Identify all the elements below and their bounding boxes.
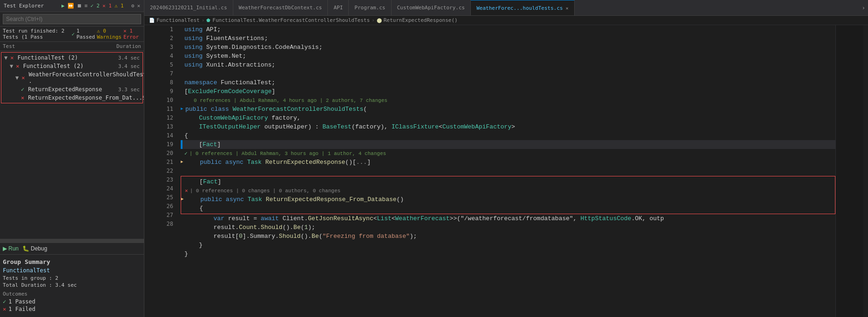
code-line-22: { <box>181 204 835 213</box>
fail-icon-ft1: ✕ <box>10 54 14 61</box>
debug-all-icon[interactable]: ⏩ <box>68 3 74 9</box>
duration-refdb: 50 ms <box>142 95 144 101</box>
code-line-23: var result = await Client.GetJsonResultA… <box>181 214 835 223</box>
expand-icon-ft2: ▼ <box>10 63 13 69</box>
code-line-24: result.Count.Should().Be(1); <box>181 223 835 232</box>
code-line-8: [ExcludeFromCodeCoverage] <box>181 87 835 96</box>
panel-title: Test Explorer <box>4 3 44 9</box>
tab-shouldtests[interactable]: WeatherForec...houldTests.cs ✕ <box>471 0 574 15</box>
tree-item-ft1[interactable]: ▼ ✕ FunctionalTest (2) 3.4 sec <box>1 54 142 62</box>
fail-icon-refdb: ✕ <box>21 94 24 101</box>
pass-outcome-label: 1 Passed <box>8 298 35 305</box>
fail-icon-wt: ✕ <box>21 74 25 81</box>
code-line-8-info: 0 references | Abdul Rahman, 4 hours ago… <box>181 96 835 105</box>
tab-api[interactable]: API <box>328 0 349 15</box>
breadcrumb-class[interactable]: FunctionalTest.WeatherForecastController… <box>212 17 370 23</box>
breadcrumb-method[interactable]: ReturnExpectedResponse() <box>384 17 458 23</box>
fail-tree-group: ▼ ✕ FunctionalTest (2) 3.4 sec ▼ ✕ Funct… <box>1 52 143 103</box>
warn-badge: ⚠ 1 <box>115 3 124 9</box>
run-all-icon[interactable]: ▶ <box>61 3 65 9</box>
tree-label-re: ReturnExpectedResponse <box>28 86 102 93</box>
fail-outcome-icon: ✕ <box>3 306 6 312</box>
code-line-5: using Xunit.Abstractions; <box>181 61 835 69</box>
tab-initial[interactable]: 20240623120211_Initial.cs <box>144 0 233 15</box>
tab-dbcontext[interactable]: WeatherForecastDbContext.cs <box>233 0 328 15</box>
indicator-9: ▶ <box>181 105 183 114</box>
search-input[interactable] <box>3 14 141 24</box>
editor-area: 1 2 3 4 5 7 8 9 10 11 12 13 14 19 20 21 … <box>144 25 868 317</box>
code-line-2: using FluentAssertions; <box>181 34 835 43</box>
tree-item-re[interactable]: ✓ ReturnExpectedResponse 3.3 sec <box>1 85 142 94</box>
code-line-13: [Fact] <box>181 140 835 149</box>
tree-item-ft2[interactable]: ▼ ✕ FunctionalTest (2) 3.4 sec <box>1 62 142 70</box>
tree-label-ft1: FunctionalTest (2) <box>17 54 78 61</box>
editor-margin <box>144 25 153 317</box>
code-line-10: CustomWebApiFactory factory, <box>181 114 835 122</box>
pass-icon-re: ✓ <box>21 86 24 93</box>
expand-icon-wt: ▼ <box>15 74 19 81</box>
tab-label-initial: 20240623120211_Initial.cs <box>150 5 227 11</box>
code-line-20: [Fact] <box>181 177 835 186</box>
status-text: Test run finished: 2 Tests (1 Pass <box>3 28 70 40</box>
fail-badge: ✕ 1 <box>102 3 112 9</box>
code-line-9: ▶ public class WeatherForecastController… <box>181 105 835 114</box>
tab-bar: 20240623120211_Initial.cs WeatherForecas… <box>144 0 868 16</box>
code-line-19 <box>181 167 835 175</box>
close-panel-icon[interactable]: ✕ <box>137 3 140 9</box>
tree-label-ft2: FunctionalTest (2) <box>23 63 83 69</box>
group-summary-title: Group Summary <box>3 258 141 265</box>
indicator-13 <box>181 140 183 149</box>
tree-item-wt[interactable]: ▼ ✕ WeatherForecastControllerShouldTests… <box>1 70 142 85</box>
panel-title-bar: Test Explorer ▶ ⏩ ⏹ ≡ ✓ 2 ✕ 1 ⚠ 1 ⚙ ✕ <box>0 0 144 12</box>
pass-num: 1 Passed <box>76 28 95 40</box>
breadcrumb-sep2: › <box>372 17 375 23</box>
tab-program[interactable]: Program.cs <box>349 0 391 15</box>
tab-label-program: Program.cs <box>354 5 385 11</box>
outcome-failed: ✕ 1 Failed <box>3 306 141 312</box>
debug-icon: 🐛 <box>22 245 29 252</box>
pass-count: ✓ <box>72 31 75 37</box>
tab-label-factory: CustomWebApiFactory.cs <box>397 5 465 11</box>
fail-outcome-label: 1 Failed <box>8 306 35 312</box>
pass-badge: ✓ 2 <box>90 3 100 9</box>
tab-label-shouldtests: WeatherForec...houldTests.cs <box>476 5 563 11</box>
breadcrumb-icon: 📄 <box>149 18 155 23</box>
tests-in-group: Tests in group : 2 <box>3 275 141 281</box>
code-line-3: using System.Diagnostics.CodeAnalysis; <box>181 43 835 52</box>
code-line-25: result[0].Summary.Should().Be("Freezing … <box>181 232 835 241</box>
code-line-7: namespace FunctionalTest; <box>181 78 835 87</box>
outcomes-title: Outcomes <box>3 291 141 297</box>
run-button[interactable]: ▶ Run <box>3 245 19 252</box>
debug-label: Debug <box>31 245 47 252</box>
breadcrumb-sep1: › <box>202 17 205 23</box>
fail-icon-ft2: ✕ <box>16 63 19 69</box>
tab-factory[interactable]: CustomWebApiFactory.cs <box>392 0 471 15</box>
settings-icon[interactable]: ⚙ <box>131 3 135 9</box>
editor-content[interactable]: using API; using FluentAssertions; using… <box>176 25 835 317</box>
tree-label-wt: WeatherForecastControllerShouldTests . <box>28 71 144 84</box>
filter-icon[interactable]: ≡ <box>85 3 88 9</box>
panel-title-icons: ▶ ⏩ ⏹ ≡ ✓ 2 ✕ 1 ⚠ 1 ⚙ ✕ <box>61 3 140 9</box>
total-duration: Total Duration : 3.4 sec <box>3 282 141 288</box>
tab-close-shouldtests[interactable]: ✕ <box>566 6 569 11</box>
col-test: Test <box>3 43 15 49</box>
debug-button[interactable]: 🐛 Debug <box>22 245 47 252</box>
v-scrollbar[interactable] <box>863 25 868 317</box>
expand-icon-ft1: ▼ <box>4 54 7 61</box>
main-editor-area: 20240623120211_Initial.cs WeatherForecas… <box>144 0 868 317</box>
h-scrollbar[interactable] <box>0 239 144 243</box>
group-name: FunctionalTest <box>3 267 141 274</box>
line-numbers: 1 2 3 4 5 7 8 9 10 11 12 13 14 19 20 21 … <box>153 25 176 317</box>
tab-label-api: API <box>333 5 343 11</box>
group-summary: Group Summary FunctionalTest Tests in gr… <box>0 255 144 317</box>
breadcrumb-icon3: ⬤ <box>377 18 382 23</box>
code-line-6 <box>181 69 835 78</box>
fail-count: ✕ 1 Error <box>123 28 141 40</box>
left-panel: Test Explorer ▶ ⏩ ⏹ ≡ ✓ 2 ✕ 1 ⚠ 1 ⚙ ✕ Te… <box>0 0 144 317</box>
code-line-21: ▶ public async Task ReturnExpectedRespon… <box>181 195 835 204</box>
tree-item-refdb[interactable]: ✕ ReturnExpectedResponse_From_Dat... 50 … <box>1 94 142 102</box>
stop-icon[interactable]: ⏹ <box>77 3 82 9</box>
tab-scroll-right[interactable]: › <box>859 0 868 15</box>
breadcrumb-root[interactable]: FunctionalTest <box>156 17 200 23</box>
tree-column-header: Test Duration <box>0 42 144 51</box>
